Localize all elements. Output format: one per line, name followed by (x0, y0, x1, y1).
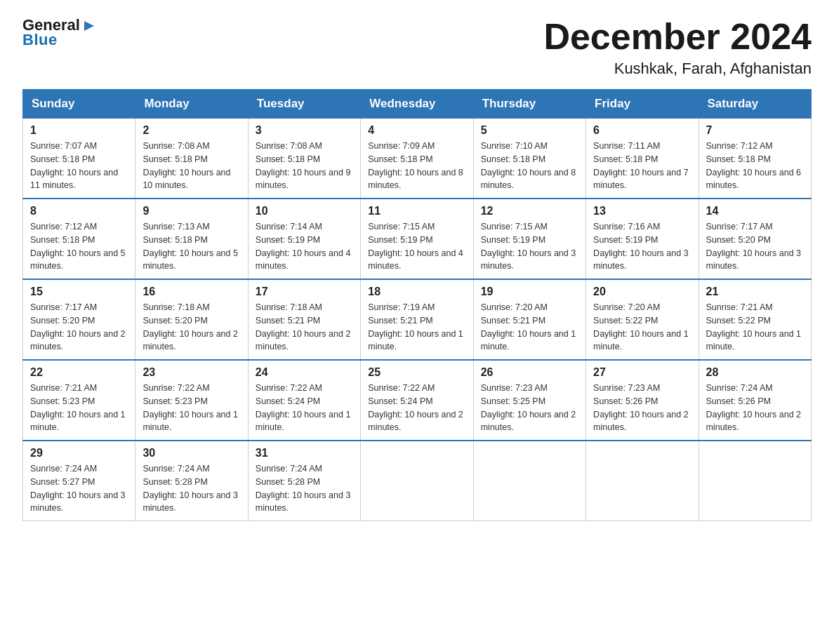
calendar-cell (586, 441, 699, 521)
header-tuesday: Tuesday (248, 90, 360, 119)
day-info: Sunrise: 7:09 AM Sunset: 5:18 PM Dayligh… (368, 140, 465, 192)
day-number: 17 (256, 286, 353, 298)
day-number: 26 (481, 366, 578, 379)
day-info: Sunrise: 7:12 AM Sunset: 5:18 PM Dayligh… (706, 140, 804, 192)
day-number: 25 (368, 366, 465, 379)
calendar-cell: 15 Sunrise: 7:17 AM Sunset: 5:20 PM Dayl… (23, 279, 135, 360)
day-info: Sunrise: 7:08 AM Sunset: 5:18 PM Dayligh… (143, 140, 240, 192)
calendar-cell: 16 Sunrise: 7:18 AM Sunset: 5:20 PM Dayl… (135, 279, 248, 360)
header-monday: Monday (135, 90, 248, 119)
calendar-cell: 5 Sunrise: 7:10 AM Sunset: 5:18 PM Dayli… (473, 119, 585, 199)
day-number: 7 (706, 124, 804, 137)
calendar-cell: 31 Sunrise: 7:24 AM Sunset: 5:28 PM Dayl… (248, 441, 360, 521)
day-number: 28 (706, 366, 804, 379)
calendar-cell: 10 Sunrise: 7:14 AM Sunset: 5:19 PM Dayl… (248, 199, 360, 279)
calendar-week-1: 1 Sunrise: 7:07 AM Sunset: 5:18 PM Dayli… (23, 119, 812, 199)
calendar-cell: 25 Sunrise: 7:22 AM Sunset: 5:24 PM Dayl… (361, 360, 473, 441)
calendar-cell: 20 Sunrise: 7:20 AM Sunset: 5:22 PM Dayl… (586, 279, 699, 360)
day-number: 9 (143, 205, 240, 217)
calendar-cell: 13 Sunrise: 7:16 AM Sunset: 5:19 PM Dayl… (586, 199, 699, 279)
day-info: Sunrise: 7:19 AM Sunset: 5:21 PM Dayligh… (368, 301, 465, 354)
day-number: 19 (481, 286, 578, 298)
header-saturday: Saturday (699, 90, 811, 119)
day-info: Sunrise: 7:12 AM Sunset: 5:18 PM Dayligh… (30, 220, 128, 273)
day-info: Sunrise: 7:17 AM Sunset: 5:20 PM Dayligh… (706, 220, 804, 273)
day-info: Sunrise: 7:24 AM Sunset: 5:27 PM Dayligh… (30, 462, 128, 515)
day-number: 18 (368, 286, 465, 298)
calendar-cell: 29 Sunrise: 7:24 AM Sunset: 5:27 PM Dayl… (23, 441, 135, 521)
calendar-cell (699, 441, 811, 521)
day-number: 16 (143, 286, 240, 298)
day-number: 2 (143, 124, 240, 137)
day-info: Sunrise: 7:15 AM Sunset: 5:19 PM Dayligh… (368, 220, 465, 273)
calendar-cell: 9 Sunrise: 7:13 AM Sunset: 5:18 PM Dayli… (135, 199, 248, 279)
calendar-cell: 11 Sunrise: 7:15 AM Sunset: 5:19 PM Dayl… (361, 199, 473, 279)
calendar-cell: 12 Sunrise: 7:15 AM Sunset: 5:19 PM Dayl… (473, 199, 585, 279)
day-number: 29 (30, 447, 128, 459)
calendar-cell: 2 Sunrise: 7:08 AM Sunset: 5:18 PM Dayli… (135, 119, 248, 199)
logo: General Blue (22, 17, 97, 49)
page-header: General Blue December 2024 Kushkak, Fara… (22, 17, 812, 78)
calendar-week-4: 22 Sunrise: 7:21 AM Sunset: 5:23 PM Dayl… (23, 360, 812, 441)
calendar-cell: 26 Sunrise: 7:23 AM Sunset: 5:25 PM Dayl… (473, 360, 585, 441)
day-number: 1 (30, 124, 128, 137)
day-info: Sunrise: 7:21 AM Sunset: 5:22 PM Dayligh… (706, 301, 804, 354)
svg-marker-0 (84, 21, 94, 31)
calendar-week-5: 29 Sunrise: 7:24 AM Sunset: 5:27 PM Dayl… (23, 441, 812, 521)
calendar-cell (361, 441, 473, 521)
day-info: Sunrise: 7:24 AM Sunset: 5:26 PM Dayligh… (706, 382, 804, 434)
header-wednesday: Wednesday (361, 90, 473, 119)
day-number: 31 (256, 447, 353, 459)
day-number: 3 (256, 124, 353, 137)
calendar-cell: 1 Sunrise: 7:07 AM Sunset: 5:18 PM Dayli… (23, 119, 135, 199)
day-info: Sunrise: 7:14 AM Sunset: 5:19 PM Dayligh… (256, 220, 353, 273)
calendar-cell: 8 Sunrise: 7:12 AM Sunset: 5:18 PM Dayli… (23, 199, 135, 279)
day-info: Sunrise: 7:20 AM Sunset: 5:21 PM Dayligh… (481, 301, 578, 354)
calendar-cell: 27 Sunrise: 7:23 AM Sunset: 5:26 PM Dayl… (586, 360, 699, 441)
header-sunday: Sunday (23, 90, 135, 119)
calendar-cell: 6 Sunrise: 7:11 AM Sunset: 5:18 PM Dayli… (586, 119, 699, 199)
day-number: 6 (593, 124, 691, 137)
calendar-cell (473, 441, 585, 521)
day-info: Sunrise: 7:22 AM Sunset: 5:24 PM Dayligh… (256, 382, 353, 434)
calendar-cell: 3 Sunrise: 7:08 AM Sunset: 5:18 PM Dayli… (248, 119, 360, 199)
day-info: Sunrise: 7:18 AM Sunset: 5:21 PM Dayligh… (256, 301, 353, 354)
day-number: 4 (368, 124, 465, 137)
calendar-week-2: 8 Sunrise: 7:12 AM Sunset: 5:18 PM Dayli… (23, 199, 812, 279)
day-info: Sunrise: 7:22 AM Sunset: 5:24 PM Dayligh… (368, 382, 465, 434)
calendar-cell: 30 Sunrise: 7:24 AM Sunset: 5:28 PM Dayl… (135, 441, 248, 521)
day-number: 15 (30, 286, 128, 298)
day-number: 10 (256, 205, 353, 217)
calendar-title: December 2024 (543, 17, 812, 57)
day-info: Sunrise: 7:10 AM Sunset: 5:18 PM Dayligh… (481, 140, 578, 192)
day-info: Sunrise: 7:24 AM Sunset: 5:28 PM Dayligh… (143, 462, 240, 515)
day-number: 24 (256, 366, 353, 379)
logo-triangle-icon (81, 18, 97, 34)
day-info: Sunrise: 7:15 AM Sunset: 5:19 PM Dayligh… (481, 220, 578, 273)
header-friday: Friday (586, 90, 699, 119)
day-number: 5 (481, 124, 578, 137)
day-number: 30 (143, 447, 240, 459)
calendar-cell: 4 Sunrise: 7:09 AM Sunset: 5:18 PM Dayli… (361, 119, 473, 199)
day-number: 8 (30, 205, 128, 217)
day-number: 21 (706, 286, 804, 298)
calendar-table: Sunday Monday Tuesday Wednesday Thursday… (22, 89, 812, 521)
calendar-cell: 17 Sunrise: 7:18 AM Sunset: 5:21 PM Dayl… (248, 279, 360, 360)
calendar-header-row: Sunday Monday Tuesday Wednesday Thursday… (23, 90, 812, 119)
calendar-cell: 14 Sunrise: 7:17 AM Sunset: 5:20 PM Dayl… (699, 199, 811, 279)
day-info: Sunrise: 7:08 AM Sunset: 5:18 PM Dayligh… (256, 140, 353, 192)
calendar-cell: 21 Sunrise: 7:21 AM Sunset: 5:22 PM Dayl… (699, 279, 811, 360)
day-info: Sunrise: 7:07 AM Sunset: 5:18 PM Dayligh… (30, 140, 128, 192)
day-number: 11 (368, 205, 465, 217)
calendar-cell: 28 Sunrise: 7:24 AM Sunset: 5:26 PM Dayl… (699, 360, 811, 441)
calendar-week-3: 15 Sunrise: 7:17 AM Sunset: 5:20 PM Dayl… (23, 279, 812, 360)
day-info: Sunrise: 7:22 AM Sunset: 5:23 PM Dayligh… (143, 382, 240, 434)
day-info: Sunrise: 7:24 AM Sunset: 5:28 PM Dayligh… (256, 462, 353, 515)
calendar-cell: 18 Sunrise: 7:19 AM Sunset: 5:21 PM Dayl… (361, 279, 473, 360)
day-info: Sunrise: 7:20 AM Sunset: 5:22 PM Dayligh… (593, 301, 691, 354)
day-number: 20 (593, 286, 691, 298)
day-info: Sunrise: 7:17 AM Sunset: 5:20 PM Dayligh… (30, 301, 128, 354)
day-info: Sunrise: 7:16 AM Sunset: 5:19 PM Dayligh… (593, 220, 691, 273)
calendar-cell: 23 Sunrise: 7:22 AM Sunset: 5:23 PM Dayl… (135, 360, 248, 441)
header-thursday: Thursday (473, 90, 585, 119)
